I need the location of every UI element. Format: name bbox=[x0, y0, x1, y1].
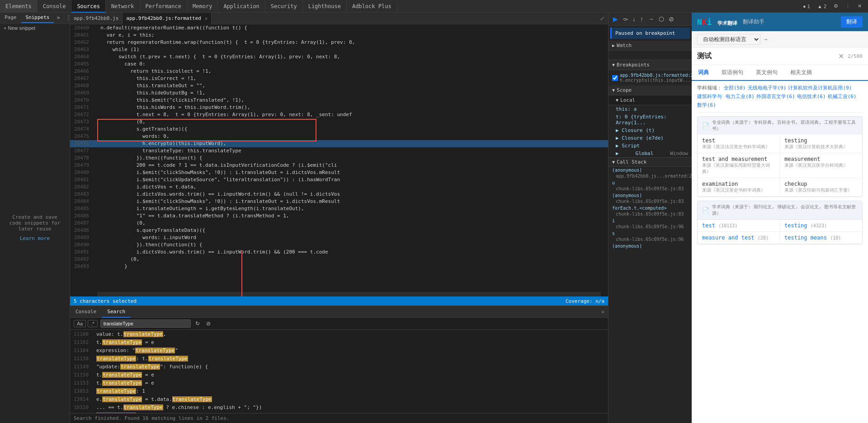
bottom-close-btn[interactable]: ✕ bbox=[598, 309, 608, 315]
scope-section-header[interactable]: ▼ Scope bbox=[609, 85, 692, 95]
call-stack-item[interactable]: forEach.t.<computed>chunk-libs.65c09f5e.… bbox=[609, 205, 692, 217]
search-results[interactable]: 11100value: t.translateType,11102t.trans… bbox=[70, 330, 608, 413]
subject-tag-architecture[interactable]: 建筑科学与 bbox=[697, 93, 722, 100]
tab-performance[interactable]: Performance bbox=[140, 0, 187, 13]
tab-adblock[interactable]: Adblock Plus bbox=[347, 0, 397, 13]
scope-script-item[interactable]: ▶ Script bbox=[609, 142, 692, 150]
call-stack-item-file: app.9fb42bb0.js...ormatted:2047 bbox=[609, 174, 692, 179]
translator-logo: NKi 学术翻译 bbox=[697, 17, 737, 27]
scope-global-item[interactable]: ▶ Global Window bbox=[609, 150, 692, 157]
call-stack-item[interactable]: (anonymous)app.9fb42bb0.js...ormatted:20… bbox=[609, 167, 692, 179]
search-input[interactable] bbox=[100, 320, 191, 328]
search-result-item[interactable]: 13914e.translateType = t.data.translateT… bbox=[70, 395, 608, 403]
scope-closure-e7de-item[interactable]: ▶ Closure (e7de) bbox=[609, 134, 692, 142]
bottom-tab-console[interactable]: Console bbox=[70, 306, 102, 318]
search-clear-btn[interactable]: ⊘ bbox=[204, 320, 212, 328]
tab-application[interactable]: Application bbox=[218, 0, 265, 13]
step-btn[interactable]: → bbox=[646, 14, 656, 24]
close-devtools-btn[interactable]: ✕ bbox=[855, 2, 864, 10]
search-result-item[interactable]: 11104expression: "translateType" bbox=[70, 346, 608, 354]
translator-tab-bilingual[interactable]: 双语例句 bbox=[715, 65, 750, 81]
search-result-item[interactable]: 11100value: t.translateType, bbox=[70, 330, 608, 338]
scope-closure-t-item[interactable]: ▶ Closure (t) bbox=[609, 127, 692, 134]
case-sensitive-btn[interactable]: Aa bbox=[74, 320, 86, 327]
line-number: 20476 bbox=[70, 140, 93, 147]
editor-area[interactable]: 20460 n.default(regeneratorRuntime.mark(… bbox=[70, 24, 608, 296]
call-stack-item[interactable]: (anonymous)chunk-libs.65c09f5e.js:83 bbox=[609, 192, 692, 205]
translator-tab-related[interactable]: 相关文摘 bbox=[784, 65, 818, 81]
subject-tag-math[interactable]: 数学(6) bbox=[697, 102, 716, 108]
subject-tag-machinery[interactable]: 机械工业(6) bbox=[828, 93, 857, 100]
search-result-item[interactable]: 18320... == t.translateType ? e.chinese … bbox=[70, 403, 608, 411]
close-tab-icon[interactable]: ✕ bbox=[205, 13, 208, 24]
horizontal-scrollbar[interactable] bbox=[97, 292, 601, 296]
search-result-item[interactable]: 13853translateType: 1 bbox=[70, 387, 608, 395]
left-panel-menu-btn[interactable]: ⋮ bbox=[63, 13, 70, 23]
scope-t-item[interactable]: t: 0 {tryEntries: Array(1... bbox=[609, 113, 692, 127]
breakpoint-checkbox[interactable] bbox=[612, 75, 618, 81]
subject-tag-telecom[interactable]: 电信技术(6) bbox=[797, 93, 826, 100]
search-result-item[interactable]: 11150t.translateType = e bbox=[70, 371, 608, 379]
tab-lighthouse[interactable]: Lighthouse bbox=[303, 0, 347, 13]
breakpoint-item[interactable]: app.9fb42bb0.js:formatted:2... h.encrypt… bbox=[612, 72, 688, 84]
subject-tag-electronics[interactable]: 无线电电子学(9) bbox=[748, 85, 787, 91]
subject-tag-electric[interactable]: 电力工业(8) bbox=[726, 93, 755, 100]
translator-input[interactable]: 测试 bbox=[697, 52, 835, 61]
tab-elements[interactable]: Elements bbox=[0, 0, 38, 13]
settings-btn[interactable]: ⚙ bbox=[831, 2, 841, 10]
editor-expand-btn[interactable]: ⤢ bbox=[596, 15, 608, 22]
search-status: Search finished. Found 16 matching lines… bbox=[70, 413, 608, 423]
regex-btn[interactable]: .* bbox=[88, 320, 97, 327]
call-stack-item[interactable]: (anonymous) bbox=[609, 243, 692, 249]
translator-tab-dict[interactable]: 词典 bbox=[692, 65, 715, 81]
tab-console[interactable]: Console bbox=[38, 0, 72, 13]
call-stack-item[interactable]: uchunk-libs.65c09f5e.js:83 bbox=[609, 179, 692, 192]
dict-item-test: test 来源《英汉法汉英史书科学词典》 bbox=[698, 135, 780, 153]
subject-tag-all[interactable]: 全部(50) bbox=[724, 85, 746, 91]
warning-count-btn[interactable]: ▲ 2 bbox=[815, 3, 829, 10]
bottom-tab-search[interactable]: Search bbox=[102, 306, 131, 318]
step-out-btn[interactable]: ↑ bbox=[638, 14, 645, 24]
pause-on-exception-btn[interactable]: ⊘ bbox=[667, 14, 676, 24]
left-tab-snippets[interactable]: Snippets bbox=[21, 13, 54, 23]
code-line-20475: 20475 words: 0, bbox=[70, 133, 608, 140]
subject-tag-language[interactable]: 外国语言文学(6) bbox=[756, 93, 795, 100]
local-section-header[interactable]: ▼ Local bbox=[609, 95, 692, 105]
search-result-item[interactable]: 11138translateType: t.translateType bbox=[70, 354, 608, 362]
editor-tab-formatted[interactable]: app.9fb42bb0.js:formatted ✕ bbox=[123, 13, 212, 24]
translate-btn[interactable]: 翻译 bbox=[841, 16, 863, 28]
step-over-btn[interactable]: ⤼ bbox=[621, 14, 630, 24]
scope-this-item[interactable]: this: a bbox=[609, 105, 692, 113]
translator-clear-btn[interactable]: ✕ bbox=[838, 52, 844, 61]
breakpoints-section-header[interactable]: ▼ Breakpoints bbox=[609, 60, 692, 70]
tab-security[interactable]: Security bbox=[265, 0, 303, 13]
tab-sources[interactable]: Sources bbox=[71, 0, 106, 13]
search-result-item[interactable]: 11153t.translateType = e bbox=[70, 379, 608, 387]
tab-network[interactable]: Network bbox=[106, 0, 140, 13]
line-content: i.translateOutLength = i.getBytesLength(… bbox=[93, 205, 304, 212]
left-tab-page[interactable]: Page bbox=[0, 13, 21, 23]
line-content: words: 0, bbox=[93, 133, 170, 140]
line-number: 20466 bbox=[70, 68, 93, 75]
call-stack-item[interactable]: ichunk-libs.65c09f5e.js:96 bbox=[609, 217, 692, 230]
search-refresh-btn[interactable]: ↻ bbox=[193, 320, 202, 328]
error-count-btn[interactable]: ● 1 bbox=[800, 3, 813, 10]
left-panel-more-btn[interactable]: » bbox=[54, 13, 62, 23]
more-options-btn[interactable]: ⋮ bbox=[843, 2, 853, 10]
learn-more-link[interactable]: Learn more bbox=[20, 235, 50, 241]
subject-tag-computer[interactable]: 计算机软件及计算机应用(9) bbox=[788, 85, 852, 91]
search-result-item[interactable]: 11102t.translateType = e bbox=[70, 338, 608, 346]
watch-section-header[interactable]: ▶ Watch bbox=[609, 41, 692, 51]
lang-select[interactable]: 自动检测目标语言 bbox=[697, 34, 760, 45]
call-stack-item[interactable]: schunk-libs.65c09f5e.js:96 bbox=[609, 230, 692, 243]
dict-item-examination: examination 来源《英汉汉英史书科学词典》 bbox=[698, 178, 780, 197]
editor-tab-minified[interactable]: app.9fb42bb0.js bbox=[70, 13, 123, 24]
translator-tab-english[interactable]: 英文例句 bbox=[750, 65, 784, 81]
resume-btn[interactable]: ▶ bbox=[611, 14, 620, 24]
call-stack-header[interactable]: ▼ Call Stack bbox=[609, 158, 692, 167]
search-result-item[interactable]: 11149"update:translateType": function(e)… bbox=[70, 362, 608, 371]
deactivate-breakpoints-btn[interactable]: ⬡ bbox=[657, 14, 666, 24]
step-into-btn[interactable]: ↓ bbox=[631, 14, 637, 24]
tab-memory[interactable]: Memory bbox=[187, 0, 218, 13]
new-snippet-btn[interactable]: + New snippet bbox=[0, 24, 70, 33]
